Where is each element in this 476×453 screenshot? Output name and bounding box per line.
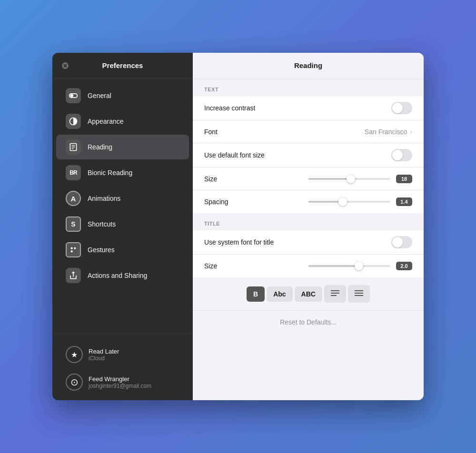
sidebar-item-shortcuts[interactable]: S Shortcuts [56,212,189,236]
account-read-later[interactable]: ★ Read Later iCloud [56,341,189,368]
default-font-size-label: Use default font size [204,151,391,159]
account-feed-wrangler[interactable]: ⊙ Feed Wrangler joshginter91@gmail.com [56,369,189,395]
uppercase-button[interactable]: ABC [295,286,322,302]
font-label: Font [204,128,365,136]
toggle-icon [66,88,81,103]
reset-row: Reset to Defaults... [193,310,424,334]
feed-wrangler-name: Feed Wrangler [89,375,151,383]
system-font-title-row: Use system font for title [193,230,424,255]
size-title-label: Size [204,262,308,270]
read-later-avatar: ★ [66,346,83,363]
sidebar-item-reading[interactable]: Reading [56,135,189,159]
section-header-text: TEXT [193,79,424,96]
a-icon: A [66,191,81,206]
feed-wrangler-info: Feed Wrangler joshginter91@gmail.com [89,375,151,389]
nav-label-animations: Animations [88,195,120,202]
svg-point-1 [70,94,73,98]
font-chevron: › [410,128,412,136]
read-later-info: Read Later iCloud [89,348,119,362]
preferences-window: Preferences General Appearance [52,53,424,400]
s-icon: S [66,217,81,232]
spacing-value: 1.4 [396,197,412,206]
font-value: San Francisco [365,128,407,136]
font-row[interactable]: Font San Francisco › [193,120,424,143]
main-content: Reading TEXT Increase contrast Font San … [193,53,424,400]
align-left-button[interactable] [324,285,346,303]
feed-wrangler-sub: joshginter91@gmail.com [89,383,151,389]
sidebar-item-appearance[interactable]: Appearance [56,109,189,134]
size-slider-thumb [347,175,355,183]
main-header: Reading [193,53,424,79]
spacing-slider-thumb [338,197,347,206]
read-later-sub: iCloud [89,355,119,362]
size-text-row: Size 18 [193,167,424,190]
title-case-button[interactable]: Abc [267,286,292,302]
spacing-row: Spacing 1.4 [193,190,424,213]
size-title-slider-track [308,265,391,267]
size-title-slider[interactable]: 2.0 [308,262,413,270]
main-title: Reading [294,61,322,69]
nav-label-gestures: Gestures [88,246,115,254]
size-title-value: 2.0 [396,262,412,270]
nav-label-shortcuts: Shortcuts [88,220,116,228]
size-slider-track [308,178,391,180]
increase-contrast-row: Increase contrast [193,96,424,120]
nav-label-actions-sharing: Actions and Sharing [88,272,147,279]
close-button[interactable] [62,62,69,69]
sidebar-title: Preferences [75,61,170,69]
size-text-label: Size [204,175,308,183]
size-text-value: 18 [396,175,412,183]
svg-point-8 [74,247,76,249]
doc-icon [66,139,81,155]
sidebar-item-general[interactable]: General [56,83,189,108]
toggle-knob-3 [392,237,403,247]
spacing-slider[interactable]: 1.4 [308,197,413,206]
section-header-title: TITLE [193,213,424,230]
text-settings-group: Increase contrast Font San Francisco › U… [193,96,424,213]
title-settings-group: Use system font for title Size 2.0 [193,230,424,277]
toggle-knob [392,103,403,113]
nav-label-bionic-reading: Bionic Reading [88,169,132,177]
nav-label-appearance: Appearance [88,118,124,125]
sidebar-item-gestures[interactable]: Gestures [56,237,189,262]
nav-label-reading: Reading [88,143,112,151]
size-title-slider-thumb [355,262,363,270]
increase-contrast-label: Increase contrast [204,104,391,112]
read-later-name: Read Later [89,348,119,355]
align-justify-button[interactable] [348,285,370,303]
svg-point-9 [71,250,73,252]
sidebar-accounts: ★ Read Later iCloud ⊙ Feed Wrangler josh… [52,334,193,400]
sidebar: Preferences General Appearance [52,53,193,400]
sidebar-header: Preferences [52,53,193,79]
svg-point-7 [71,247,73,249]
spacing-label: Spacing [204,198,308,206]
feed-wrangler-avatar: ⊙ [66,374,83,391]
increase-contrast-toggle[interactable] [391,102,412,114]
sidebar-item-bionic-reading[interactable]: BR Bionic Reading [56,160,189,185]
sidebar-item-actions-sharing[interactable]: Actions and Sharing [56,263,189,288]
format-buttons-row: B Abc ABC [193,277,424,310]
size-title-row: Size 2.0 [193,255,424,277]
default-font-size-row: Use default font size [193,143,424,167]
size-text-slider[interactable]: 18 [308,175,413,183]
sidebar-item-animations[interactable]: A Animations [56,186,189,211]
gestures-icon [66,242,81,257]
bold-button[interactable]: B [247,286,265,302]
default-font-size-toggle[interactable] [391,149,412,161]
size-title-slider-fill [308,265,359,267]
toggle-knob-2 [392,150,403,160]
reset-button[interactable]: Reset to Defaults... [280,318,337,326]
spacing-slider-fill [308,201,343,203]
br-icon: BR [66,165,81,180]
sidebar-nav: General Appearance Reading BR Bionic Rea… [52,79,193,334]
system-font-title-label: Use system font for title [204,238,391,246]
system-font-title-toggle[interactable] [391,236,412,248]
size-slider-fill [308,178,351,180]
spacing-slider-track [308,201,391,203]
nav-label-general: General [88,92,111,99]
circle-half-icon [66,114,81,129]
main-body: TEXT Increase contrast Font San Francisc… [193,79,424,400]
share-icon [66,268,81,283]
